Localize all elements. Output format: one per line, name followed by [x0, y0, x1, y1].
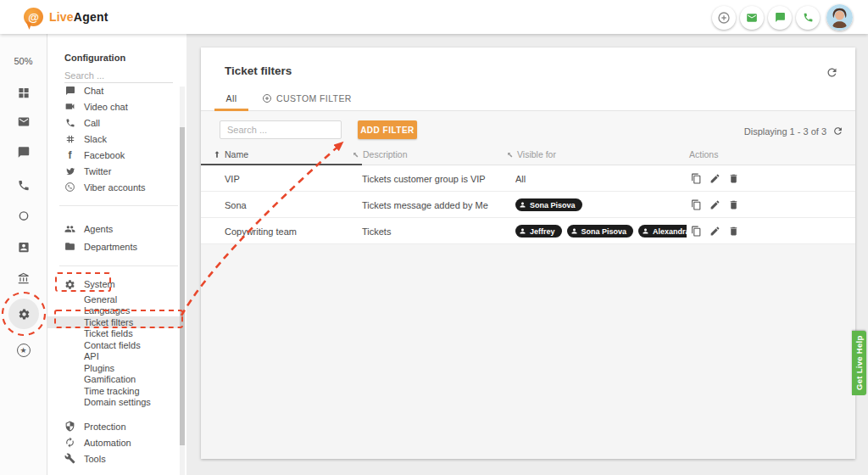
column-header-visible-for[interactable]: Visible for [506, 149, 556, 159]
agents-icon [64, 223, 75, 235]
call-icon [64, 118, 75, 128]
bank-icon[interactable] [17, 271, 30, 286]
chat-rail-icon[interactable] [17, 144, 30, 159]
settings-gear-button-active[interactable] [8, 299, 39, 329]
filter-visible-for: Jeffrey Sona Pisova Alexandra Sch [515, 218, 687, 244]
sidebar-item-ticket-filters-active[interactable]: Ticket filters [47, 316, 181, 328]
time-ring-icon[interactable] [17, 208, 30, 223]
sidebar-search-input[interactable] [64, 68, 173, 83]
pagination-text: Displaying 1 - 3 of 3 [744, 126, 826, 137]
sidebar-item-viber[interactable]: Viber accounts [47, 179, 186, 195]
duplicate-icon[interactable] [691, 226, 702, 237]
delete-icon[interactable] [728, 226, 739, 237]
delete-icon[interactable] [728, 173, 739, 184]
sidebar-item-tools[interactable]: Tools [47, 450, 186, 467]
filter-name: VIP [225, 165, 240, 192]
sidebar-item-time-tracking[interactable]: Time tracking [47, 385, 186, 397]
folder-icon [64, 241, 75, 252]
sidebar-item-facebook[interactable]: f Facebook [47, 147, 186, 163]
chat-button[interactable] [768, 6, 792, 30]
duplicate-icon[interactable] [691, 199, 702, 210]
upgrade-star-icon[interactable]: ★ [17, 344, 31, 357]
person-icon [570, 227, 578, 235]
address-book-icon[interactable] [17, 239, 30, 254]
configuration-sidebar: Configuration Chat Video chat Call Slack… [47, 34, 186, 475]
sidebar-item-call[interactable]: Call [47, 115, 186, 131]
sidebar-item-domain-settings[interactable]: Domain settings [47, 397, 186, 409]
topbar-actions [712, 4, 853, 31]
add-circle-button[interactable] [712, 6, 736, 30]
pagination: Displaying 1 - 3 of 3 [744, 126, 843, 137]
add-circle-icon [262, 93, 272, 103]
sidebar-scrollbar[interactable] [180, 87, 185, 475]
delete-icon[interactable] [728, 199, 739, 210]
filter-description: Tickets [362, 218, 391, 244]
sidebar-scrollbar-thumb[interactable] [180, 127, 185, 445]
row-actions [691, 192, 739, 218]
user-badge: Sona Pisova [515, 198, 582, 211]
twitter-icon [64, 166, 75, 176]
chat-icon [64, 87, 75, 96]
empty-area [201, 244, 855, 459]
viber-icon [64, 182, 75, 193]
ticket-filters-panel: Ticket filters All CUSTOM FILTER ADD FIL… [201, 48, 855, 459]
top-bar: @ LiveAgent [0, 0, 868, 34]
panel-header: Ticket filters All CUSTOM FILTER [201, 48, 855, 111]
sidebar-item-automation[interactable]: Automation [47, 434, 186, 450]
sidebar-item-departments[interactable]: Departments [47, 238, 186, 255]
add-filter-button[interactable]: ADD FILTER [358, 120, 417, 139]
sidebar-item-slack[interactable]: Slack [47, 131, 186, 147]
table-row[interactable]: VIP Tickets customer group is VIP All [201, 165, 855, 192]
column-header-actions: Actions [689, 149, 718, 159]
sidebar-item-general[interactable]: General [47, 293, 186, 305]
table-row[interactable]: Copywriting team Tickets Jeffrey Sona Pi… [201, 218, 855, 244]
sidebar-item-languages[interactable]: Languages [47, 305, 186, 317]
column-header-description[interactable]: Description [352, 149, 408, 159]
edit-icon[interactable] [709, 199, 721, 210]
usage-percent: 50% [14, 56, 32, 66]
tab-all[interactable]: All [214, 93, 248, 103]
sidebar-item-agents[interactable]: Agents [47, 220, 186, 238]
filters-table: VIP Tickets customer group is VIP All So… [201, 165, 855, 244]
tab-custom-filter[interactable]: CUSTOM FILTER [262, 93, 352, 103]
filter-name: Sona [225, 192, 247, 218]
table-header: Name Description Visible for Actions [201, 144, 855, 165]
person-icon [642, 227, 649, 235]
get-live-help-tab[interactable]: Get Live Help [852, 331, 866, 395]
liveagent-logo[interactable]: @ LiveAgent [24, 8, 108, 26]
user-badge: Sona Pisova [567, 225, 634, 238]
refresh-icon[interactable] [826, 64, 838, 80]
edit-icon[interactable] [709, 226, 721, 237]
sidebar-item-api[interactable]: API [47, 351, 186, 363]
filter-search-input[interactable] [220, 120, 342, 139]
mail-button[interactable] [740, 6, 764, 30]
videocam-icon [64, 101, 75, 112]
sidebar-item-system[interactable]: System [47, 275, 186, 293]
sidebar-item-contact-fields[interactable]: Contact fields [47, 339, 186, 351]
row-actions [691, 218, 739, 244]
dashboard-grid-icon[interactable] [17, 85, 30, 100]
phone-rail-icon[interactable] [17, 177, 30, 193]
phone-button[interactable] [796, 6, 820, 30]
sort-diagonal-icon [350, 149, 361, 160]
duplicate-icon[interactable] [691, 173, 702, 184]
shield-icon [64, 421, 75, 432]
sidebar-item-twitter[interactable]: Twitter [47, 163, 186, 179]
sidebar-item-ticket-fields[interactable]: Ticket fields [47, 328, 186, 340]
icon-rail: 50% ★ [0, 34, 47, 475]
agent-avatar[interactable] [826, 4, 853, 31]
column-header-name[interactable]: Name [213, 149, 248, 159]
sidebar-item-plugins[interactable]: Plugins [47, 362, 186, 374]
mail-rail-icon[interactable] [17, 114, 30, 129]
edit-icon[interactable] [709, 173, 721, 184]
person-icon [519, 227, 526, 235]
sidebar-item-chat[interactable]: Chat [47, 87, 186, 98]
sidebar-item-video-chat[interactable]: Video chat [47, 98, 186, 115]
table-row[interactable]: Sona Tickets message added by Me Sona Pi… [201, 192, 855, 218]
pagination-refresh-icon[interactable] [832, 126, 843, 137]
sidebar-item-gamification[interactable]: Gamification [47, 374, 186, 386]
sort-diagonal-icon [504, 149, 515, 160]
sidebar-item-protection[interactable]: Protection [47, 418, 186, 434]
sidebar-scroll-area: Chat Video chat Call Slack f Facebook Tw… [47, 87, 186, 475]
autorenew-icon [64, 437, 75, 448]
